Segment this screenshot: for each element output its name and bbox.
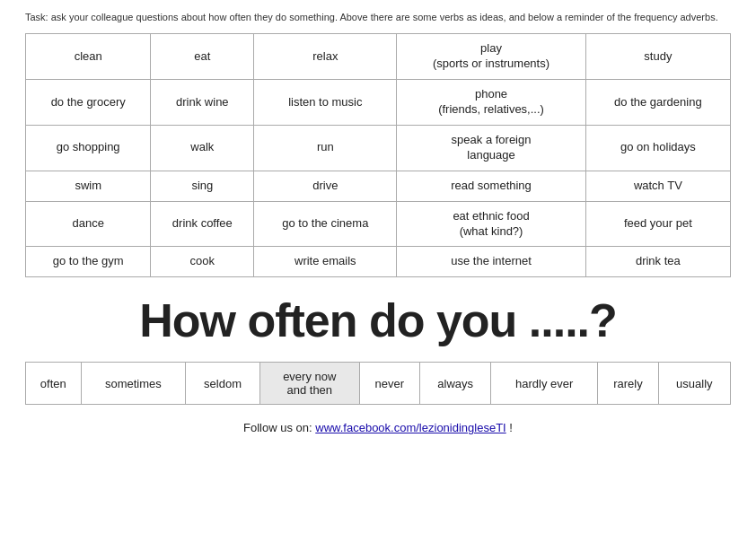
footer-suffix: ! (506, 421, 513, 434)
footer: Follow us on: www.facebook.com/lezionidi… (25, 421, 731, 434)
verb-cell: drink coffee (151, 201, 254, 247)
verb-cell: swim (26, 171, 151, 201)
verb-cell: read something (397, 171, 585, 201)
verb-cell: do the grocery (26, 80, 151, 126)
verb-cell: phone(friends, relatives,...) (397, 80, 585, 126)
verb-cell: drink wine (151, 80, 254, 126)
footer-link[interactable]: www.facebook.com/lezionidingleseTI (315, 421, 505, 434)
freq-cell: often (26, 363, 82, 405)
freq-cell: never (359, 363, 419, 405)
verb-cell: go to the gym (26, 247, 151, 277)
freq-cell: rarely (598, 363, 658, 405)
verb-cell: clean (26, 34, 151, 80)
verb-cell: play(sports or instruments) (397, 34, 585, 80)
verb-cell: speak a foreignlanguage (397, 125, 585, 171)
verbs-table: cleaneatrelaxplay(sports or instruments)… (25, 33, 731, 277)
verb-cell: study (585, 34, 730, 80)
verb-cell: go on holidays (585, 125, 730, 171)
big-question: How often do you .....? (25, 293, 731, 347)
verb-cell: drive (254, 171, 397, 201)
verb-cell: eat ethnic food(what kind?) (397, 201, 585, 247)
freq-table: oftensometimesseldomevery nowand thennev… (25, 362, 731, 405)
verb-cell: eat (151, 34, 254, 80)
task-text: Task: ask your colleague questions about… (25, 11, 731, 24)
verb-cell: run (254, 125, 397, 171)
verb-cell: drink tea (585, 247, 730, 277)
freq-cell: seldom (186, 363, 260, 405)
verb-cell: dance (26, 201, 151, 247)
verb-cell: go shopping (26, 125, 151, 171)
verb-cell: write emails (254, 247, 397, 277)
verb-cell: walk (151, 125, 254, 171)
verb-cell: listen to music (254, 80, 397, 126)
verb-cell: go to the cinema (254, 201, 397, 247)
verb-cell: sing (151, 171, 254, 201)
verb-cell: cook (151, 247, 254, 277)
freq-cell: usually (658, 363, 730, 405)
verb-cell: feed your pet (585, 201, 730, 247)
footer-prefix: Follow us on: (243, 421, 315, 434)
verb-cell: use the internet (397, 247, 585, 277)
freq-cell: hardly ever (491, 363, 598, 405)
verb-cell: relax (254, 34, 397, 80)
freq-cell: every nowand then (259, 363, 359, 405)
verb-cell: do the gardening (585, 80, 730, 126)
verb-cell: watch TV (585, 171, 730, 201)
freq-cell: sometimes (81, 363, 186, 405)
freq-cell: always (420, 363, 491, 405)
